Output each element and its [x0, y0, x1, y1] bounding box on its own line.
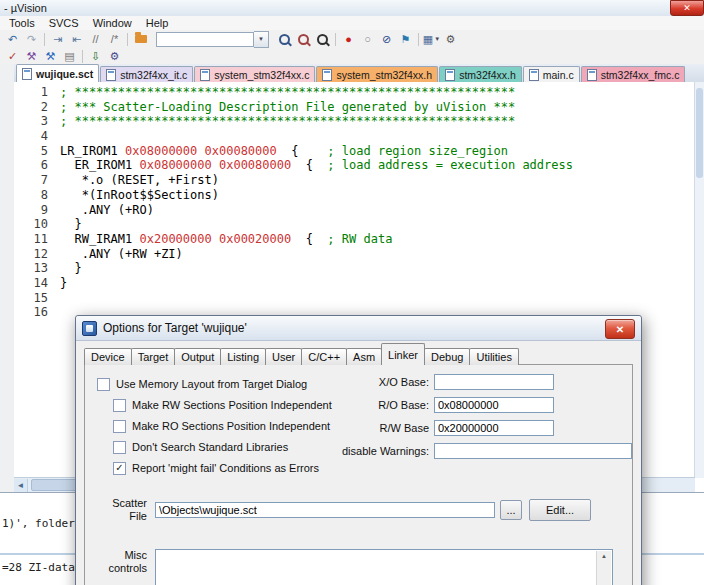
search-icon[interactable]	[275, 31, 294, 47]
code-line[interactable]: 7 *.o (RESET, +First)	[14, 173, 695, 188]
dialog-close-button[interactable]: ✕	[605, 319, 635, 339]
dialog-tab-c-c[interactable]: C/C++	[301, 348, 347, 365]
checkbox-don-t-search-standard-libraries[interactable]: Don't Search Standard Libraries	[113, 440, 332, 454]
scroll-up-arrow-icon[interactable]: ▲	[601, 553, 607, 559]
vertical-scrollbar[interactable]	[694, 82, 704, 478]
dialog-tab-target[interactable]: Target	[131, 348, 176, 365]
find-dropdown-arrow[interactable]: ▼	[254, 31, 269, 48]
find-in-files-icon[interactable]	[131, 31, 150, 47]
find-input[interactable]	[156, 32, 254, 47]
bookmark-flag-icon[interactable]: ⚑	[396, 31, 415, 47]
tab-wujique-sct[interactable]: wujique.sct	[16, 64, 99, 82]
target-options-icon[interactable]: ⚙	[105, 48, 124, 64]
code-segment: .ANY (+RO)	[60, 203, 154, 217]
code-line[interactable]: 11 RW_IRAM1 0x20000000 0x00020000 { ; RW…	[14, 232, 695, 247]
find-combo: ▼	[156, 31, 269, 48]
field-disable-warnings: disable Warnings:	[333, 442, 632, 460]
build-toolbar: ✓⚒⚒▤⇩⚙	[0, 48, 704, 65]
checkbox-use-memory-layout-from-target-dialog[interactable]: Use Memory Layout from Target Dialog	[97, 377, 332, 391]
menu-item-svcs[interactable]: SVCS	[42, 17, 86, 29]
menu-item-window[interactable]: Window	[86, 17, 139, 29]
icon-glyph: ▤	[64, 51, 74, 62]
code-line[interactable]: 15	[14, 291, 695, 306]
scroll-left-arrow-icon[interactable]: ◄	[14, 479, 28, 492]
checkbox-make-ro-sections-position-independent[interactable]: Make RO Sections Position Independent	[113, 419, 332, 433]
code-text: RW_IRAM1 0x20000000 0x00020000 { ; RW da…	[60, 232, 392, 247]
find-next-icon[interactable]	[294, 31, 313, 47]
code-text: }	[60, 217, 82, 232]
code-line[interactable]: 6 ER_IROM1 0x08000000 0x00080000 { ; loa…	[14, 158, 695, 173]
build-target-icon[interactable]: ⚒	[22, 48, 41, 64]
icon-glyph: ⚙	[110, 51, 120, 62]
breakpoint-toggle-icon[interactable]: ●	[339, 31, 358, 47]
code-line[interactable]: 4	[14, 129, 695, 144]
input-r-o-base[interactable]	[434, 397, 554, 413]
code-text: ; **************************************…	[60, 85, 515, 100]
dialog-tab-user[interactable]: User	[265, 348, 302, 365]
misc-controls-row: Misc controls ▲ ▼	[93, 549, 613, 585]
code-line[interactable]: 5LR_IROM1 0x08000000 0x00080000 { ; load…	[14, 144, 695, 159]
vertical-scroll-thumb[interactable]	[696, 88, 703, 178]
code-line[interactable]: 3; *************************************…	[14, 114, 695, 129]
file-icon	[445, 69, 455, 81]
misc-label-line2: controls	[108, 562, 147, 574]
tab-stm32f4xx-h[interactable]: stm32f4xx.h	[439, 66, 522, 82]
dialog-tab-device[interactable]: Device	[84, 348, 132, 365]
undo-icon[interactable]: ↶	[3, 31, 22, 47]
code-line[interactable]: 2; *** Scatter-Loading Description File …	[14, 100, 695, 115]
code-line[interactable]: 12 .ANY (+RW +ZI)	[14, 247, 695, 262]
file-icon	[587, 69, 597, 81]
indent-icon[interactable]: ⇥	[48, 31, 67, 47]
scatter-file-input[interactable]	[155, 502, 495, 518]
code-line[interactable]: 14}	[14, 276, 695, 291]
comment-icon[interactable]: //	[86, 31, 105, 47]
breakpoint-kill-all-icon[interactable]: ⊘	[377, 31, 396, 47]
dialog-tab-listing[interactable]: Listing	[220, 348, 266, 365]
translate-file-icon[interactable]: ✓	[3, 48, 22, 64]
tab-stm32f4xx-fmc-c[interactable]: stm32f4xx_fmc.c	[581, 66, 686, 82]
input-disable-warnings[interactable]	[434, 443, 632, 459]
scatter-browse-button[interactable]: ...	[500, 500, 522, 520]
misc-controls-input[interactable]: ▲ ▼	[155, 549, 613, 585]
incremental-find-icon[interactable]	[313, 31, 332, 47]
download-flash-icon[interactable]: ⇩	[86, 48, 105, 64]
dialog-tab-output[interactable]: Output	[174, 348, 221, 365]
window-close-button[interactable]: ✕	[670, 0, 704, 16]
rebuild-all-icon[interactable]: ⚒	[41, 48, 60, 64]
misc-label-line1: Misc	[124, 549, 147, 561]
icon-glyph: ⚑	[401, 34, 411, 45]
icon-glyph: ⇩	[91, 51, 100, 62]
line-number: 6	[14, 158, 60, 173]
window-layout-icon[interactable]: ▦▼	[422, 31, 441, 47]
code-line[interactable]: 13 }	[14, 261, 695, 276]
code-line[interactable]: 1; *************************************…	[14, 85, 695, 100]
code-line[interactable]: 8 *(InRoot$$Sections)	[14, 188, 695, 203]
dialog-tab-debug[interactable]: Debug	[424, 348, 470, 365]
tab-label: main.c	[543, 69, 574, 81]
menu-item-tools[interactable]: Tools	[2, 17, 42, 29]
checkbox-make-rw-sections-position-independent[interactable]: Make RW Sections Position Independent	[113, 398, 332, 412]
configure-tools-icon[interactable]: ⚙	[441, 31, 460, 47]
batch-build-icon[interactable]: ▤	[60, 48, 79, 64]
misc-scrollbar[interactable]: ▲ ▼	[596, 551, 611, 585]
icon-glyph: ↷	[27, 34, 36, 45]
breakpoint-disable-icon[interactable]: ○	[358, 31, 377, 47]
tab-main-c[interactable]: main.c	[523, 66, 580, 82]
dialog-tab-utilities[interactable]: Utilities	[469, 348, 518, 365]
code-line[interactable]: 10 }	[14, 217, 695, 232]
outdent-icon[interactable]: ⇤	[67, 31, 86, 47]
menu-item-help[interactable]: Help	[139, 17, 176, 29]
uncomment-icon[interactable]: /*	[105, 31, 124, 47]
code-line[interactable]: 9 .ANY (+RO)	[14, 203, 695, 218]
input-x-o-base[interactable]	[434, 374, 554, 390]
tab-system-stm32f4xx-h[interactable]: system_stm32f4xx.h	[316, 66, 438, 82]
tab-stm32f4xx-it-c[interactable]: stm32f4xx_it.c	[100, 66, 193, 82]
input-r-w-base[interactable]	[434, 420, 554, 436]
tab-system-stm32f4xx-c[interactable]: system_stm32f4xx.c	[194, 66, 315, 82]
scatter-edit-button[interactable]: Edit...	[529, 499, 591, 521]
main-toolbar: ↶↷⇥⇤///* ▼ ●○⊘⚑▦▼⚙	[0, 30, 704, 49]
checkbox-report-might-fail-conditions-as-errors[interactable]: ✓Report 'might fail' Conditions as Error…	[113, 461, 332, 475]
dialog-tab-asm[interactable]: Asm	[346, 348, 382, 365]
dialog-tab-linker[interactable]: Linker	[381, 343, 425, 365]
redo-icon[interactable]: ↷	[22, 31, 41, 47]
